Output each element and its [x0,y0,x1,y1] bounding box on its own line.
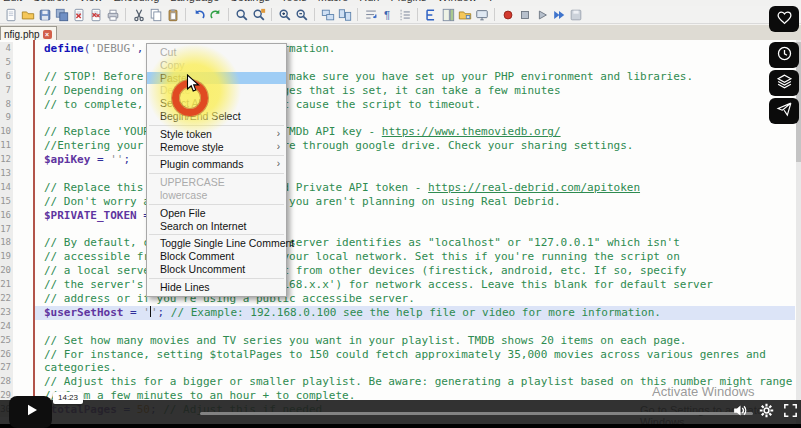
new-file-icon[interactable] [3,7,18,22]
toolbar-separator [125,8,126,21]
context-menu-item-plugin-commands[interactable]: Plugin commands› [147,158,286,171]
volume-icon [732,402,749,423]
run-macro-multiple-icon[interactable] [551,7,566,22]
menubar-item-search[interactable]: Search [33,0,68,5]
menubar-item-edit[interactable]: Edit [3,0,22,5]
menubar-item-window[interactable]: Window [438,0,477,5]
menu-separator [149,234,284,235]
play-icon [22,401,40,423]
menubar-item-language[interactable]: Language [170,0,219,5]
line-number: 26 [0,348,13,362]
line-number: 10 [0,125,13,139]
stop-macro-icon[interactable] [517,7,532,22]
gear-icon [758,402,775,423]
print-icon[interactable] [105,7,120,22]
line-number: 28 [0,375,13,389]
volume-button[interactable] [731,403,749,421]
activate-windows-watermark: Activate Windows [652,384,755,399]
cut-icon[interactable] [131,7,146,22]
save-all-icon[interactable] [54,7,69,22]
line-number: 12 [0,153,13,167]
submenu-arrow-icon: › [277,128,280,141]
menubar-item-run[interactable]: Run [359,0,379,5]
line-number: 7 [0,84,13,98]
context-menu-item-open-file[interactable]: Open File [147,207,286,220]
fullscreen-icon [782,402,799,423]
context-menu-item-uppercase: UPPERCASE [147,176,286,189]
menubar-item-encoding[interactable]: Encoding [113,0,159,5]
menubar-item-macro[interactable]: Macro [318,0,349,5]
tab-config-php[interactable]: nfig.php × [0,26,57,41]
editor-scrollbar[interactable] [796,40,801,424]
layers-icon [776,73,793,94]
context-menu-item-block-uncomment[interactable]: Block Uncomment [147,263,286,276]
progress-bar[interactable] [200,412,753,415]
menu-separator [149,173,284,174]
watch-later-button[interactable] [769,42,799,68]
menubar-item-plugins[interactable]: Plugins [391,0,427,5]
indent-guide-icon[interactable] [397,7,412,22]
menu-separator [149,155,284,156]
undo-icon[interactable] [191,7,206,22]
play-macro-icon[interactable] [534,7,549,22]
menubar-item-tools[interactable]: Tools [281,0,307,5]
svg-text:¶: ¶ [384,8,390,20]
zoom-in-icon[interactable] [277,7,292,22]
show-all-chars-icon[interactable]: ¶ [380,7,395,22]
menu-separator [149,278,284,279]
folder-workspace-icon[interactable] [457,7,472,22]
close-icon[interactable] [71,7,86,22]
replace-icon[interactable] [251,7,266,22]
toolbar-separator [314,8,315,21]
save-macro-icon[interactable] [568,7,583,22]
find-icon[interactable] [234,7,249,22]
paste-icon[interactable] [165,7,180,22]
time-tooltip: 14:23 [53,392,83,404]
add-to-stack-button[interactable] [769,70,799,96]
zoom-out-icon[interactable] [294,7,309,22]
line-number: 25 [0,334,13,348]
code-line: categories. [35,361,795,375]
menubar-item-view[interactable]: View [79,0,103,5]
function-list-icon[interactable] [423,7,438,22]
fullscreen-button[interactable] [781,403,799,421]
toolbar-separator [185,8,186,21]
context-menu-item-remove-style[interactable]: Remove style› [147,141,286,154]
settings-button[interactable] [757,403,775,421]
context-menu-item-block-comment[interactable]: Block Comment [147,250,286,263]
redo-icon[interactable] [208,7,223,22]
open-folder-icon[interactable] [20,7,35,22]
submenu-arrow-icon: › [277,141,280,154]
context-menu-item-hide-lines[interactable]: Hide Lines [147,281,286,294]
like-button[interactable] [769,6,799,32]
player-bottom-strip [0,424,801,428]
toolbar: ¶ [0,6,801,24]
record-macro-icon[interactable] [500,7,515,22]
sync-vertical-icon[interactable] [320,7,335,22]
context-menu-item-toggle-single-line-comment[interactable]: Toggle Single Line Comment [147,237,286,250]
close-all-icon[interactable] [88,7,103,22]
line-number: 8 [0,98,13,112]
line-number: 16 [0,209,13,223]
line-number: 14 [0,181,13,195]
menubar-item-settings[interactable]: Settings [230,0,270,5]
menubar-item-[interactable]: ? [488,0,494,5]
word-wrap-icon[interactable] [363,7,378,22]
toolbar-separator [271,8,272,21]
heart-icon [776,9,793,30]
editor-pane[interactable]: 4567891011121314151617181920212223242526… [0,40,801,428]
toolbar-separator [228,8,229,21]
copy-icon[interactable] [148,7,163,22]
share-button[interactable] [769,98,799,124]
line-number: 21 [0,278,13,292]
sync-horizontal-icon[interactable] [337,7,352,22]
play-button[interactable] [9,396,52,428]
monitor-icon[interactable] [474,7,489,22]
line-number: 17 [0,223,13,237]
save-icon[interactable] [37,7,52,22]
line-number: 11 [0,139,13,153]
context-menu-item-search-on-internet[interactable]: Search on Internet [147,220,286,233]
tab-close-icon[interactable]: × [43,30,52,39]
document-map-icon[interactable] [440,7,455,22]
toolbar-separator [494,8,495,21]
